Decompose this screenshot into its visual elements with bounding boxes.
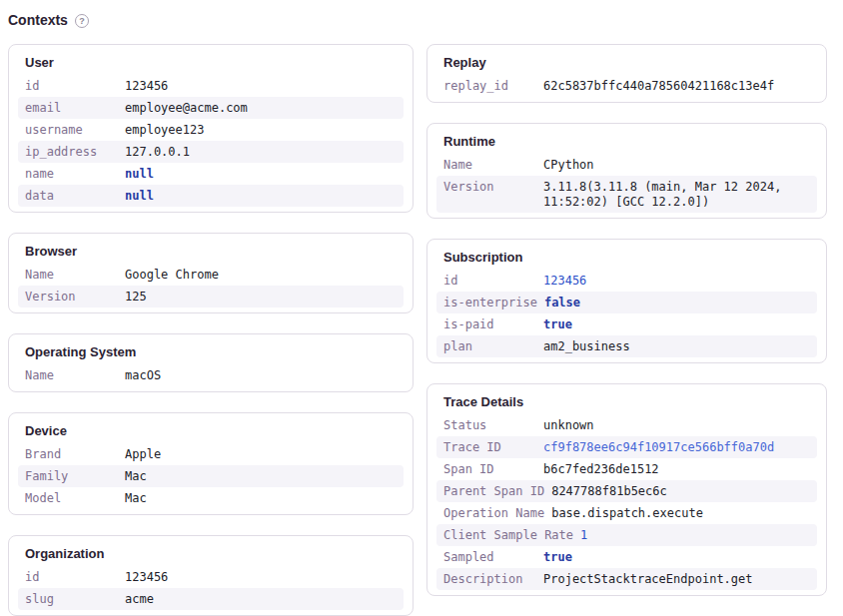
row-key: Name	[443, 158, 543, 173]
card-device: Device Brand Apple Family Mac Model Mac	[8, 412, 414, 515]
row-key: slug	[25, 592, 125, 607]
table-row: plan am2_business	[436, 335, 817, 357]
row-key: is-paid	[443, 317, 543, 332]
table-row: Model Mac	[18, 487, 404, 509]
row-key: Client Sample Rate	[443, 528, 580, 543]
table-row: Parent Span ID 8247788f81b5ec6c	[436, 480, 817, 502]
row-key: Version	[25, 290, 125, 305]
table-row: Family Mac	[18, 465, 404, 487]
table-row: id 123456	[18, 566, 404, 588]
card-title: Browser	[9, 234, 413, 264]
card-rows: Name CPython Version 3.11.8(3.11.8 (main…	[427, 154, 826, 218]
row-key: Version	[443, 180, 543, 210]
table-row: ip_address 127.0.0.1	[18, 141, 404, 163]
row-value-boolean: false	[544, 296, 580, 310]
row-value: ProjectStacktraceEndpoint.get	[543, 572, 753, 587]
row-key: name	[25, 167, 125, 182]
table-row: id 123456	[18, 75, 404, 97]
row-value: employee123	[125, 123, 204, 138]
row-key: ip_address	[25, 145, 125, 160]
card-rows: id 123456 email employee@acme.com userna…	[9, 75, 413, 212]
card-title: Runtime	[427, 124, 826, 154]
row-value-null: null	[125, 189, 154, 204]
row-key: id	[443, 274, 543, 289]
row-key: email	[25, 101, 125, 116]
card-title: Operating System	[9, 334, 413, 364]
cards-grid: User id 123456 email employee@acme.com u…	[8, 44, 827, 616]
table-row: Trace ID cf9f878ee6c94f10917ce566bff0a70…	[436, 436, 817, 458]
row-value-boolean: true	[543, 550, 572, 565]
row-key: username	[25, 123, 125, 138]
table-row: Sampled true	[436, 546, 817, 568]
card-subscription: Subscription id 123456 is-enterprise fal…	[426, 239, 827, 363]
table-row: Description ProjectStacktraceEndpoint.ge…	[436, 568, 817, 590]
page-title: Contexts	[8, 12, 68, 29]
table-row: name null	[18, 163, 404, 185]
row-value: Mac	[125, 491, 147, 506]
card-rows: replay_id 62c5837bffc440a78560421168c13e…	[427, 75, 826, 102]
card-title: User	[9, 45, 413, 75]
row-key: plan	[443, 339, 543, 354]
row-value-number: 123456	[543, 274, 586, 289]
row-key: Description	[443, 572, 543, 587]
contexts-page: Contexts ? User id 123456 email employee…	[0, 0, 843, 616]
table-row: Operation Name base.dispatch.execute	[436, 502, 817, 524]
card-user: User id 123456 email employee@acme.com u…	[8, 44, 414, 213]
row-value: am2_business	[543, 339, 630, 354]
help-icon[interactable]: ?	[75, 14, 89, 28]
table-row: slug acme	[18, 588, 404, 610]
table-row: Version 125	[18, 286, 404, 308]
row-key: Family	[25, 469, 125, 484]
row-value-number: 1	[580, 528, 587, 543]
table-row: Client Sample Rate 1	[436, 524, 817, 546]
card-rows: Status unknown Trace ID cf9f878ee6c94f10…	[427, 414, 826, 595]
row-value: employee@acme.com	[125, 101, 248, 116]
row-value: 125	[125, 290, 147, 305]
card-operating-system: Operating System Name macOS	[8, 333, 414, 392]
table-row: is-paid true	[436, 313, 817, 335]
row-value: 62c5837bffc440a78560421168c13e4f	[543, 79, 774, 94]
card-trace-details: Trace Details Status unknown Trace ID cf…	[426, 383, 827, 596]
card-title: Device	[9, 413, 413, 443]
row-value: Apple	[125, 447, 161, 462]
table-row: Brand Apple	[18, 443, 404, 465]
card-rows: Name Google Chrome Version 125	[9, 264, 413, 312]
card-rows: id 123456 slug acme	[9, 566, 413, 615]
card-title: Trace Details	[427, 384, 826, 414]
table-row: is-enterprise false	[436, 292, 817, 313]
table-row: Name macOS	[18, 364, 404, 386]
row-value: 127.0.0.1	[125, 145, 190, 160]
row-value: 123456	[125, 79, 168, 94]
card-replay: Replay replay_id 62c5837bffc440a78560421…	[426, 44, 827, 103]
row-value: b6c7fed236de1512	[543, 462, 659, 477]
row-key: Status	[443, 418, 543, 433]
row-key: Operation Name	[443, 506, 551, 521]
row-value: Mac	[125, 469, 147, 484]
row-key: Name	[25, 368, 125, 383]
row-key: data	[25, 189, 125, 204]
row-key: Model	[25, 491, 125, 506]
row-key: id	[25, 79, 125, 94]
row-value-boolean: true	[543, 317, 572, 332]
row-key: Parent Span ID	[443, 484, 551, 499]
row-value: 123456	[125, 570, 168, 585]
table-row: Span ID b6c7fed236de1512	[436, 458, 817, 480]
card-title: Organization	[9, 536, 413, 566]
table-row: Name Google Chrome	[18, 264, 404, 286]
card-rows: Name macOS	[9, 364, 413, 391]
table-row: email employee@acme.com	[18, 97, 404, 119]
table-row: Version 3.11.8(3.11.8 (main, Mar 12 2024…	[436, 176, 817, 213]
card-runtime: Runtime Name CPython Version 3.11.8(3.11…	[426, 123, 827, 219]
row-key: Trace ID	[443, 440, 543, 455]
card-rows: Brand Apple Family Mac Model Mac	[9, 443, 413, 514]
row-value: unknown	[543, 418, 594, 433]
table-row: Status unknown	[436, 414, 817, 436]
row-value: 3.11.8(3.11.8 (main, Mar 12 2024, 11:52:…	[543, 180, 810, 210]
row-value: base.dispatch.execute	[551, 506, 703, 521]
row-key: is-enterprise	[443, 296, 544, 310]
right-column: Replay replay_id 62c5837bffc440a78560421…	[426, 44, 827, 596]
table-row: replay_id 62c5837bffc440a78560421168c13e…	[436, 75, 817, 97]
row-key: id	[25, 570, 125, 585]
trace-id-link[interactable]: cf9f878ee6c94f10917ce566bff0a70d	[543, 440, 774, 455]
row-value: acme	[125, 592, 154, 607]
